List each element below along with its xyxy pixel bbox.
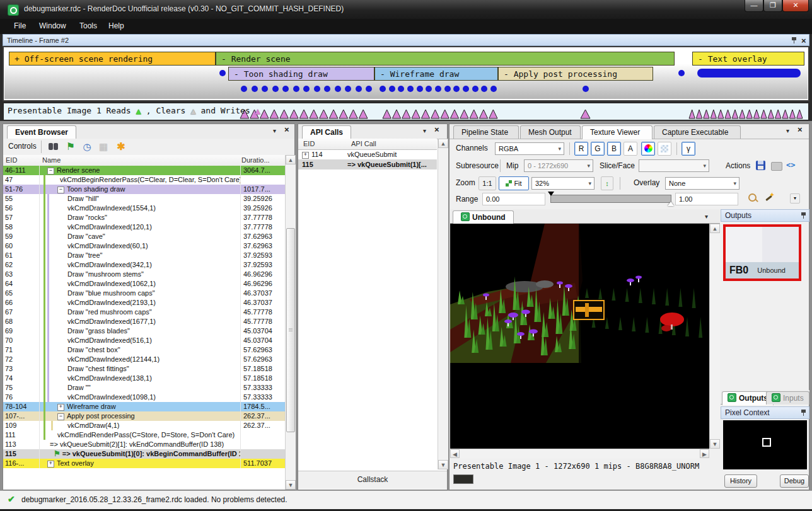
- tab-unbound-texture[interactable]: Unbound: [453, 210, 514, 224]
- event-row[interactable]: 63Draw "mushroom stems"46.96296: [3, 270, 285, 279]
- chevron-down-icon[interactable]: ▾: [705, 213, 708, 220]
- col-name[interactable]: Name: [42, 156, 61, 164]
- menu-file[interactable]: File: [14, 21, 26, 30]
- flip-y-button[interactable]: ↕: [601, 176, 613, 190]
- texture-viewport[interactable]: [450, 224, 709, 449]
- event-row[interactable]: 113=> vkQueueSubmit(2)[1]: vkEndCommandB…: [3, 440, 285, 449]
- tab-mesh-output[interactable]: Mesh Output: [520, 125, 581, 139]
- timeline-event-dot[interactable]: [678, 70, 685, 76]
- draw-event-dot[interactable]: [583, 86, 589, 92]
- draw-event-dot[interactable]: [426, 86, 432, 92]
- draw-event-dot[interactable]: [262, 86, 268, 92]
- col-eid[interactable]: EID: [303, 140, 315, 147]
- pixel-context-view[interactable]: [723, 420, 807, 469]
- dots-wire[interactable]: [380, 85, 497, 93]
- event-row[interactable]: 71Draw "chest box"57.62963: [3, 345, 285, 355]
- overlay-combo[interactable]: None▾: [665, 177, 740, 190]
- expander-icon[interactable]: +: [57, 404, 64, 411]
- bookmark-star-icon[interactable]: ✱: [114, 141, 128, 153]
- mip-combo[interactable]: 0 - 1272x690▾: [524, 159, 593, 172]
- event-row[interactable]: 66vkCmdDrawIndexed(2193,1)46.37037: [3, 298, 285, 307]
- event-row[interactable]: 74vkCmdDrawIndexed(138,1)57.18518: [3, 374, 285, 383]
- pin-icon[interactable]: [801, 212, 806, 219]
- draw-event-dot[interactable]: [435, 86, 441, 92]
- api-call-row[interactable]: +114vkQueueSubmit: [298, 149, 437, 159]
- event-row[interactable]: 55Draw "hill"39.25926: [3, 194, 285, 204]
- draw-event-dot[interactable]: [463, 86, 469, 92]
- pin-icon[interactable]: [791, 37, 797, 44]
- timeline-bar-wireframe[interactable]: - Wireframe draw: [374, 67, 498, 81]
- channels-combo[interactable]: RGBA▾: [495, 142, 564, 155]
- goto-resource-icon[interactable]: <>: [786, 161, 795, 169]
- draw-event-dot[interactable]: [241, 86, 247, 92]
- draw-event-dot[interactable]: [324, 86, 330, 92]
- scroll-down-icon[interactable]: ▼: [438, 460, 448, 469]
- draw-event-dot[interactable]: [472, 86, 478, 92]
- col-api-call[interactable]: API Call: [351, 140, 376, 147]
- draw-event-dot[interactable]: [417, 86, 423, 92]
- event-row[interactable]: 75Draw ""57.33333: [3, 383, 285, 393]
- timeline-bar-post-processing[interactable]: - Apply post processing: [498, 67, 653, 81]
- event-row[interactable]: 65Draw "blue mushroom caps"46.37037: [3, 289, 285, 298]
- draw-event-dot[interactable]: [335, 86, 341, 92]
- draw-event-dot[interactable]: [293, 86, 299, 92]
- zoom-range-icon[interactable]: [747, 192, 760, 205]
- draw-event-dot[interactable]: [345, 86, 351, 92]
- close-icon[interactable]: ×: [434, 125, 439, 134]
- close-icon[interactable]: ×: [801, 35, 806, 47]
- timeline-event-dot[interactable]: [219, 70, 226, 76]
- channel-b-button[interactable]: B: [607, 142, 621, 156]
- gamma-button[interactable]: γ: [682, 142, 695, 156]
- save-icon[interactable]: [756, 161, 765, 170]
- expander-icon[interactable]: −: [57, 413, 64, 420]
- range-min-input[interactable]: 0.00: [482, 193, 545, 205]
- menu-help[interactable]: Help: [108, 21, 124, 30]
- find-icon[interactable]: [46, 141, 60, 153]
- viewport-hscrollbar[interactable]: ◀ ▶: [450, 449, 709, 459]
- draw-event-dot[interactable]: [407, 86, 414, 92]
- slice-face-combo[interactable]: ▾: [639, 159, 709, 172]
- event-row[interactable]: 109vkCmdDraw(4,1)262.37...: [3, 421, 285, 430]
- history-button[interactable]: History: [724, 474, 757, 488]
- chevron-down-icon[interactable]: ▾: [786, 127, 789, 134]
- scroll-left-icon[interactable]: ◀: [450, 449, 460, 458]
- alpha-checker-button[interactable]: [658, 142, 671, 156]
- draw-event-dot[interactable]: [398, 86, 404, 92]
- tab-event-browser[interactable]: Event Browser: [7, 125, 76, 139]
- event-row[interactable]: 58vkCmdDrawIndexed(120,1)37.77778: [3, 222, 285, 232]
- scroll-up-icon[interactable]: ▲: [438, 139, 448, 148]
- timeline-bar-toon-shading[interactable]: - Toon shading draw: [228, 67, 374, 81]
- draw-event-dot[interactable]: [481, 86, 487, 92]
- zoom-1to1-button[interactable]: 1:1: [478, 176, 496, 190]
- event-row[interactable]: 107-...−Apply post processing262.37...: [3, 411, 285, 421]
- scroll-down-icon[interactable]: ▼: [286, 480, 296, 490]
- tab-api-calls[interactable]: API Calls: [302, 125, 351, 139]
- event-row[interactable]: 61Draw "tree"37.92593: [3, 251, 285, 260]
- event-row[interactable]: 56vkCmdDrawIndexed(1554,1)39.25926: [3, 204, 285, 213]
- api-calls-column-header[interactable]: EID API Call: [298, 139, 437, 150]
- debug-button[interactable]: Debug: [780, 474, 809, 488]
- channel-g-button[interactable]: G: [591, 142, 605, 156]
- event-row[interactable]: 59Draw "cave"37.62963: [3, 232, 285, 241]
- autofit-wand-icon[interactable]: [763, 192, 776, 205]
- expander-icon[interactable]: +: [47, 461, 54, 468]
- range-black-marker[interactable]: [548, 192, 554, 199]
- event-row[interactable]: 57Draw "rocks"37.77778: [3, 213, 285, 222]
- draw-event-dot[interactable]: [453, 86, 460, 92]
- timeline-bar-text-overlay[interactable]: - Text overlay: [692, 52, 804, 66]
- draw-event-dot[interactable]: [303, 86, 310, 92]
- tab-pipeline-state[interactable]: Pipeline State: [453, 125, 519, 139]
- tab-capture-executable[interactable]: Capture Executable: [654, 125, 741, 139]
- event-row[interactable]: 116-...+Text overlay511.7037: [3, 459, 285, 468]
- draw-event-dot[interactable]: [380, 86, 386, 92]
- event-row[interactable]: 78-104+Wireframe draw1784.5...: [3, 402, 285, 411]
- rgbm-rainbow-button[interactable]: [641, 142, 655, 156]
- event-row[interactable]: 111vkCmdEndRenderPass(C=Store, D=Store, …: [3, 430, 285, 440]
- scroll-up-icon[interactable]: ▲: [710, 224, 720, 233]
- draw-event-dot[interactable]: [272, 86, 279, 92]
- scroll-up-icon[interactable]: ▲: [286, 155, 296, 164]
- event-browser-column-header[interactable]: EID Name Duratio...: [3, 155, 285, 166]
- col-eid[interactable]: EID: [6, 156, 17, 164]
- tab-inputs[interactable]: Inputs: [766, 391, 809, 405]
- scroll-down-icon[interactable]: ▼: [710, 439, 720, 449]
